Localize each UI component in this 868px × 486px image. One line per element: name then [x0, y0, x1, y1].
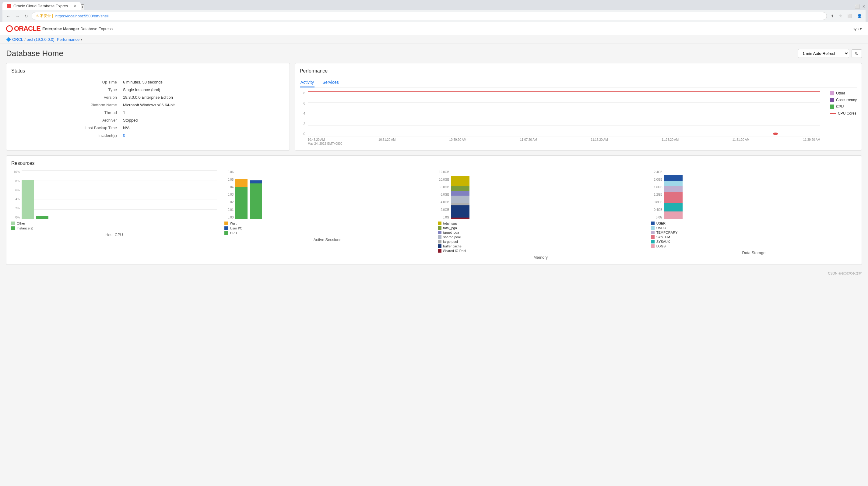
- status-label: Type: [12, 86, 121, 93]
- extension-icon[interactable]: ⬜: [846, 12, 854, 20]
- breadcrumb-instance-link[interactable]: orcl (19.3.0.0.0): [27, 37, 55, 42]
- active-sessions-y-axis: 0.06 0.05 0.04 0.03 0.02 0.01 0.00: [224, 170, 234, 219]
- legend-cpu-cores-icon: [830, 113, 836, 114]
- legend-target-pga-dot: [438, 231, 441, 234]
- main-grid: Status Up Time6 minutes, 53 secondsTypeS…: [6, 63, 862, 150]
- activity-chart: 8 6 4 2 0: [300, 91, 857, 145]
- data-storage-y-axis: 2.4GB 2.0GB 1.6GB 1.2GB 0.8GB 0.4GB 0.0G: [651, 170, 662, 219]
- active-tab[interactable]: Oracle Cloud Database Expres... ✕: [2, 2, 81, 10]
- breadcrumb-db-link[interactable]: ORCL: [12, 37, 23, 42]
- wait-segment: [235, 179, 248, 187]
- legend-cpu-res: CPU: [224, 231, 430, 235]
- restore-button[interactable]: ⬜: [855, 4, 860, 9]
- incidents-link[interactable]: 0: [123, 133, 125, 138]
- legend-wait: Wait: [224, 222, 430, 225]
- storage-user: [664, 175, 683, 181]
- new-tab-button[interactable]: +: [81, 4, 84, 10]
- status-card: Status Up Time6 minutes, 53 secondsTypeS…: [6, 63, 290, 150]
- close-tab-button[interactable]: ✕: [74, 4, 76, 8]
- breadcrumb: 🔷 ORCL / orcl (19.3.0.0.0): [6, 37, 55, 42]
- legend-instance-item: Instance(s): [11, 226, 217, 230]
- page-title: Database Home: [6, 49, 63, 58]
- status-value: Stopped: [121, 117, 284, 124]
- security-warning: ⚠ 不安全 |: [36, 13, 53, 19]
- status-value: Microsoft Windows x86 64-bit: [121, 102, 284, 109]
- status-value: Single Instance (orcl): [121, 86, 284, 93]
- auto-refresh-controls: 1 min Auto-Refresh ↻: [798, 49, 862, 58]
- resources-card: Resources 10% 8% 6% 4% 2% 0%: [6, 155, 862, 265]
- forward-button[interactable]: →: [14, 12, 21, 20]
- active-sessions-section: 0.06 0.05 0.04 0.03 0.02 0.01 0.00: [224, 170, 430, 260]
- cpu-segment2: [250, 183, 262, 219]
- mem-target-pga: [451, 191, 469, 196]
- resources-grid: 10% 8% 6% 4% 2% 0%: [11, 170, 857, 260]
- address-bar[interactable]: ⚠ 不安全 | https://localhost:5500/em/shell: [32, 12, 827, 20]
- legend-system-dot: [651, 235, 655, 239]
- oracle-logo-area: ORACLE Enterprise Manager Database Expre…: [6, 25, 113, 33]
- user-badge[interactable]: sys ▾: [853, 27, 862, 31]
- data-storage-chart-area: 2.4GB 2.0GB 1.6GB 1.2GB 0.8GB 0.4GB 0.0G: [651, 170, 857, 219]
- status-value: 6 minutes, 53 seconds: [121, 79, 284, 86]
- user-chevron-icon: ▾: [860, 27, 862, 31]
- legend-concurrency-icon: [830, 98, 834, 102]
- tab-bar: Oracle Cloud Database Expres... ✕ + — ⬜ …: [2, 2, 866, 10]
- tab-activity[interactable]: Activity: [300, 78, 314, 87]
- legend-cpu: CPU: [830, 105, 857, 109]
- minimize-button[interactable]: —: [848, 4, 852, 9]
- performance-chevron-icon: ▾: [81, 38, 82, 41]
- refresh-button[interactable]: ↻: [851, 49, 862, 58]
- legend-user-io-dot: [224, 226, 228, 230]
- bookmark-icon[interactable]: ☆: [838, 12, 844, 20]
- tab-favicon: [7, 4, 11, 8]
- data-storage-bar: [664, 170, 683, 219]
- active-sessions-chart-area: 0.06 0.05 0.04 0.03 0.02 0.01 0.00: [224, 170, 430, 219]
- status-row: Thread1: [12, 109, 284, 116]
- status-card-title: Status: [11, 68, 285, 74]
- legend-shared-io-pool-dot: [438, 249, 441, 253]
- performance-menu[interactable]: Performance ▾: [57, 37, 82, 42]
- memory-section: 12.0GB 10.0GB 8.0GB 6.0GB 4.0GB 2.0GB 0.…: [438, 170, 644, 260]
- active-sessions-legend: Wait User I/O CPU: [224, 222, 430, 235]
- status-row: Last Backup TimeN/A: [12, 124, 284, 131]
- status-value[interactable]: 0: [121, 132, 284, 139]
- oracle-ring-icon: [6, 25, 13, 32]
- status-value: N/A: [121, 124, 284, 131]
- mem-large-pool: [451, 203, 469, 205]
- status-value: 1: [121, 109, 284, 116]
- close-button[interactable]: ✕: [862, 4, 866, 9]
- legend-other-item: Other: [11, 222, 217, 225]
- host-cpu-instance-bar: [36, 216, 49, 219]
- mem-total-sga: [451, 176, 469, 186]
- storage-system: [664, 192, 683, 203]
- legend-shared-pool-dot: [438, 235, 441, 239]
- url-text: https://localhost:5500/em/shell: [55, 14, 109, 18]
- oracle-logo: ORACLE: [6, 25, 40, 33]
- data-storage-legend: USER UNDO TEMPORARY SYSTEM SYSAUX LOGS: [651, 222, 857, 248]
- storage-undo: [664, 181, 683, 186]
- reload-button[interactable]: ↻: [23, 12, 29, 20]
- tab-title: Oracle Cloud Database Expres...: [13, 4, 71, 8]
- status-label: Platform Name: [12, 102, 121, 109]
- profile-icon[interactable]: 👤: [856, 12, 863, 20]
- performance-card: Performance Activity Services 8 6 4 2 0: [295, 63, 862, 150]
- legend-cpu-res-dot: [224, 231, 228, 235]
- browser-toolbar-right: ⬆ ☆ ⬜ 👤: [829, 12, 863, 20]
- status-label: Archiver: [12, 117, 121, 124]
- chart-area: 8 6 4 2 0: [300, 91, 820, 145]
- share-icon[interactable]: ⬆: [829, 12, 835, 20]
- host-cpu-section: 10% 8% 6% 4% 2% 0%: [11, 170, 217, 260]
- legend-wait-dot: [224, 222, 228, 225]
- mem-total-pga: [451, 186, 469, 191]
- status-table: Up Time6 minutes, 53 secondsTypeSingle I…: [11, 78, 285, 140]
- legend-other-icon: [830, 91, 834, 95]
- em-title: Enterprise Manager Database Express: [42, 27, 113, 31]
- back-button[interactable]: ←: [5, 12, 11, 20]
- tab-services[interactable]: Services: [322, 78, 339, 87]
- mem-shared-io-pool: [451, 218, 469, 219]
- memory-chart-area: 12.0GB 10.0GB 8.0GB 6.0GB 4.0GB 2.0GB 0.…: [438, 170, 644, 219]
- status-row: TypeSingle Instance (orcl): [12, 86, 284, 93]
- legend-undo-dot: [651, 226, 655, 230]
- legend-other-dot: [11, 222, 15, 225]
- browser-toolbar: ← → ↻ ⚠ 不安全 | https://localhost:5500/em/…: [2, 10, 866, 22]
- auto-refresh-select[interactable]: 1 min Auto-Refresh: [798, 49, 849, 58]
